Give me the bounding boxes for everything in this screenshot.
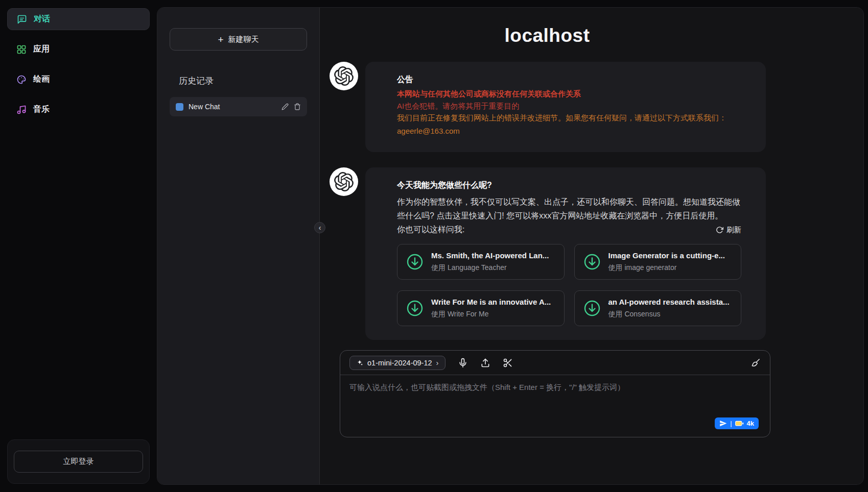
scissors-button[interactable] [503, 358, 513, 368]
refresh-icon [716, 226, 723, 234]
apps-icon [16, 44, 27, 55]
suggestion-card[interactable]: Ms. Smith, the AI-powered Lan... 使用 Lang… [397, 244, 565, 280]
history-title: 历史记录 [179, 75, 307, 87]
suggestion-title: an AI-powered research assista... [608, 298, 730, 306]
sidebar-item-apps[interactable]: 应用 [7, 38, 150, 60]
suggestion-card[interactable]: an AI-powered research assista... 使用 Con… [574, 290, 742, 326]
bot-avatar [330, 62, 358, 90]
openai-logo [334, 172, 354, 191]
page-title: localhost [320, 25, 775, 48]
suggestion-subtitle: 使用 Consensus [608, 310, 730, 319]
message-card: 公告 本网站与任何其他公司或商标没有任何关联或合作关系 AI也会犯错。请勿将其用… [365, 62, 766, 152]
welcome-heading: 今天我能为您做些什么呢? [397, 180, 741, 191]
upload-button[interactable] [480, 358, 490, 368]
contact-email-link[interactable]: ageerle@163.com [397, 126, 460, 137]
chat-item-icon [176, 103, 183, 111]
new-chat-button[interactable]: + 新建聊天 [170, 28, 307, 51]
battery-icon [735, 421, 744, 427]
composer: o1-mini-2024-09-12 › [340, 350, 770, 437]
edit-icon[interactable] [281, 103, 289, 110]
token-count: 4k [747, 420, 754, 427]
model-label: o1-mini-2024-09-12 [367, 359, 432, 367]
suggestion-title: Write For Me is an innovative A... [431, 298, 551, 306]
message-list: 公告 本网站与任何其他公司或商标没有任何关联或合作关系 AI也会犯错。请勿将其用… [320, 48, 863, 345]
chat-list-item[interactable]: New Chat [170, 97, 307, 116]
palette-icon [16, 75, 27, 85]
plus-icon: + [218, 35, 223, 44]
announcement-notice: 我们目前正在修复我们网站上的错误并改进细节。如果您有任何疑问，请通过以下方式联系… [397, 113, 741, 124]
suggestion-icon [406, 299, 424, 317]
composer-toolbar: o1-mini-2024-09-12 › [340, 351, 770, 375]
message-announcement: 公告 本网站与任何其他公司或商标没有任何关联或合作关系 AI也会犯错。请勿将其用… [330, 62, 863, 152]
announcement-disclaimer: 本网站与任何其他公司或商标没有任何关联或合作关系 [397, 89, 741, 100]
bot-avatar [330, 167, 358, 196]
message-welcome: 今天我能为您做些什么呢? 作为你的智慧伙伴，我不仅可以写文案、出点子，还可以和你… [330, 167, 863, 340]
chat-icon [17, 14, 27, 24]
sidebar-item-label: 应用 [33, 44, 50, 55]
message-card: 今天我能为您做些什么呢? 作为你的智慧伙伴，我不仅可以写文案、出点子，还可以和你… [365, 167, 766, 340]
sidebar-item-label: 音乐 [33, 104, 50, 115]
send-button[interactable]: | 4k [715, 417, 759, 429]
delete-icon[interactable] [294, 103, 301, 110]
suggestion-subtitle: 使用 Write For Me [431, 310, 551, 319]
chat-main: localhost 公告 本网站与任何其他公司或商标没有任何关联或合作关系 AI… [320, 8, 863, 484]
badge-divider: | [730, 420, 732, 427]
chevron-right-icon: › [436, 359, 439, 366]
suggestion-grid: Ms. Smith, the AI-powered Lan... 使用 Lang… [397, 244, 741, 326]
sidebar-item-drawing[interactable]: 绘画 [7, 68, 150, 90]
music-icon [16, 105, 27, 115]
sidebar-item-chat[interactable]: 对话 [7, 8, 150, 30]
model-sparkle-icon [356, 359, 363, 366]
sidebar-item-label: 绘画 [33, 74, 50, 85]
ask-hint: 你也可以这样问我: [397, 225, 464, 235]
suggestion-icon [583, 299, 601, 317]
suggestion-title: Image Generator is a cutting-e... [608, 251, 725, 260]
new-chat-label: 新建聊天 [228, 35, 259, 44]
mic-button[interactable] [458, 358, 468, 368]
suggestion-icon [583, 253, 601, 271]
suggestion-card[interactable]: Image Generator is a cutting-e... 使用 ima… [574, 244, 742, 280]
sidebar-item-label: 对话 [34, 14, 50, 24]
sidebar-item-music[interactable]: 音乐 [7, 99, 150, 120]
chat-item-title: New Chat [189, 103, 276, 111]
model-selector[interactable]: o1-mini-2024-09-12 › [349, 356, 445, 370]
refresh-button[interactable]: 刷新 [716, 225, 741, 235]
suggestion-subtitle: 使用 Language Teacher [431, 263, 549, 273]
message-input[interactable] [340, 375, 770, 435]
login-button[interactable]: 立即登录 [14, 451, 143, 473]
welcome-body: 作为你的智慧伙伴，我不仅可以写文案、出点子，还可以和你聊天、回答问题。想知道我还… [397, 195, 741, 223]
suggestion-subtitle: 使用 image generator [608, 263, 725, 273]
suggestion-title: Ms. Smith, the AI-powered Lan... [431, 251, 549, 260]
suggestion-icon [406, 253, 424, 271]
app-sidebar: 对话 应用 绘画 音乐 立即登录 [0, 0, 157, 492]
history-pane: + 新建聊天 历史记录 New Chat [157, 8, 320, 484]
hint-row: 你也可以这样问我: 刷新 [397, 225, 741, 235]
login-panel: 立即登录 [7, 439, 150, 484]
announcement-warning: AI也会犯错。请勿将其用于重要目的 [397, 101, 741, 112]
broom-clear-button[interactable] [750, 358, 761, 368]
suggestion-card[interactable]: Write For Me is an innovative A... 使用 Wr… [397, 290, 565, 326]
send-icon [719, 420, 727, 427]
refresh-label: 刷新 [726, 225, 741, 235]
app-window: + 新建聊天 历史记录 New Chat ‹ localhost [157, 7, 864, 485]
openai-logo [334, 66, 354, 86]
announcement-heading: 公告 [397, 75, 741, 85]
collapse-sidebar-button[interactable]: ‹ [314, 222, 325, 233]
